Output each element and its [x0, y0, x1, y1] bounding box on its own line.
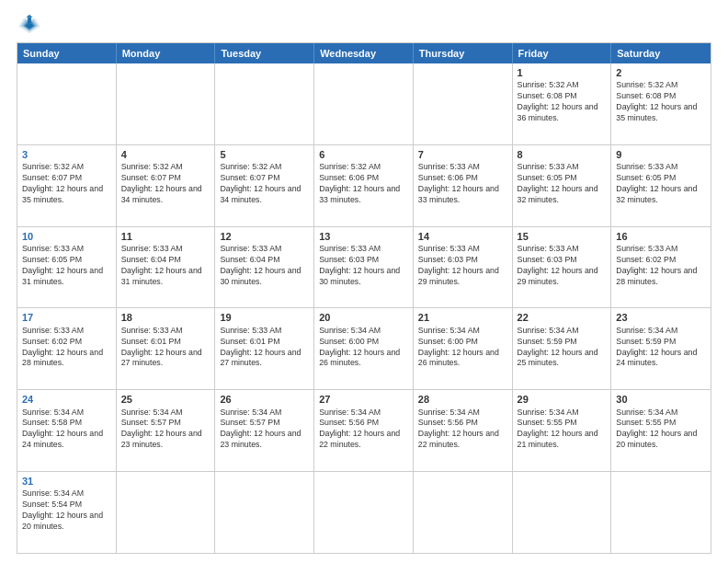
day-number: 30 [616, 393, 706, 406]
page: SundayMondayTuesdayWednesdayThursdayFrid… [0, 0, 728, 563]
day-info: Sunrise: 5:34 AM Sunset: 5:59 PM Dayligh… [518, 326, 607, 370]
calendar-cell-26: 26Sunrise: 5:34 AM Sunset: 5:57 PM Dayli… [215, 390, 314, 471]
day-number: 1 [518, 66, 607, 79]
day-info: Sunrise: 5:34 AM Sunset: 5:57 PM Dayligh… [121, 408, 210, 452]
calendar-cell-empty [414, 472, 513, 553]
day-info: Sunrise: 5:32 AM Sunset: 6:07 PM Dayligh… [220, 162, 309, 206]
calendar-cell-2: 2Sunrise: 5:32 AM Sunset: 6:08 PM Daylig… [611, 63, 711, 144]
calendar-cell-29: 29Sunrise: 5:34 AM Sunset: 5:55 PM Dayli… [513, 390, 612, 471]
calendar-cell-5: 5Sunrise: 5:32 AM Sunset: 6:07 PM Daylig… [215, 145, 314, 226]
day-number: 29 [518, 393, 607, 406]
header-day-thursday: Thursday [414, 43, 513, 63]
day-number: 16 [616, 230, 706, 243]
day-info: Sunrise: 5:34 AM Sunset: 5:58 PM Dayligh… [22, 408, 111, 452]
day-number: 19 [220, 311, 309, 324]
day-info: Sunrise: 5:33 AM Sunset: 6:01 PM Dayligh… [220, 326, 309, 370]
day-info: Sunrise: 5:33 AM Sunset: 6:02 PM Dayligh… [22, 326, 111, 370]
calendar-cell-13: 13Sunrise: 5:33 AM Sunset: 6:03 PM Dayli… [314, 227, 414, 308]
calendar-cell-23: 23Sunrise: 5:34 AM Sunset: 5:59 PM Dayli… [611, 308, 711, 389]
calendar-cell-8: 8Sunrise: 5:33 AM Sunset: 6:05 PM Daylig… [513, 145, 612, 226]
calendar-cell-empty [611, 472, 711, 553]
day-info: Sunrise: 5:33 AM Sunset: 6:04 PM Dayligh… [220, 244, 309, 288]
day-number: 4 [121, 148, 210, 161]
calendar-cell-15: 15Sunrise: 5:33 AM Sunset: 6:03 PM Dayli… [513, 227, 612, 308]
calendar-cell-empty [314, 472, 414, 553]
calendar-cell-24: 24Sunrise: 5:34 AM Sunset: 5:58 PM Dayli… [17, 390, 117, 471]
day-info: Sunrise: 5:33 AM Sunset: 6:03 PM Dayligh… [518, 244, 607, 288]
day-info: Sunrise: 5:33 AM Sunset: 6:01 PM Dayligh… [121, 326, 210, 370]
calendar: SundayMondayTuesdayWednesdayThursdayFrid… [17, 42, 711, 554]
day-info: Sunrise: 5:32 AM Sunset: 6:08 PM Dayligh… [518, 80, 607, 124]
day-info: Sunrise: 5:33 AM Sunset: 6:05 PM Dayligh… [518, 162, 607, 206]
day-number: 17 [22, 311, 111, 324]
calendar-cell-14: 14Sunrise: 5:33 AM Sunset: 6:03 PM Dayli… [414, 227, 513, 308]
day-number: 2 [616, 66, 706, 79]
svg-rect-5 [28, 17, 31, 23]
day-number: 5 [220, 148, 309, 161]
day-number: 11 [121, 230, 210, 243]
day-number: 28 [418, 393, 507, 406]
calendar-cell-28: 28Sunrise: 5:34 AM Sunset: 5:56 PM Dayli… [414, 390, 513, 471]
calendar-row-2: 10Sunrise: 5:33 AM Sunset: 6:05 PM Dayli… [17, 226, 711, 308]
day-info: Sunrise: 5:34 AM Sunset: 5:56 PM Dayligh… [319, 408, 408, 452]
calendar-cell-21: 21Sunrise: 5:34 AM Sunset: 6:00 PM Dayli… [414, 308, 513, 389]
header-day-friday: Friday [513, 43, 612, 63]
calendar-cell-10: 10Sunrise: 5:33 AM Sunset: 6:05 PM Dayli… [17, 227, 117, 308]
header-day-sunday: Sunday [17, 43, 117, 63]
header [17, 15, 711, 35]
day-number: 25 [121, 393, 210, 406]
calendar-row-0: 1Sunrise: 5:32 AM Sunset: 6:08 PM Daylig… [17, 63, 711, 144]
day-info: Sunrise: 5:34 AM Sunset: 5:56 PM Dayligh… [418, 408, 507, 452]
calendar-cell-27: 27Sunrise: 5:34 AM Sunset: 5:56 PM Dayli… [314, 390, 414, 471]
calendar-cell-empty [414, 63, 513, 144]
calendar-cell-empty [117, 63, 216, 144]
calendar-row-3: 17Sunrise: 5:33 AM Sunset: 6:02 PM Dayli… [17, 307, 711, 389]
calendar-cell-3: 3Sunrise: 5:32 AM Sunset: 6:07 PM Daylig… [17, 145, 117, 226]
day-number: 24 [22, 393, 111, 406]
day-info: Sunrise: 5:34 AM Sunset: 5:55 PM Dayligh… [518, 408, 607, 452]
logo-icon [17, 15, 42, 35]
day-number: 13 [319, 230, 408, 243]
day-info: Sunrise: 5:32 AM Sunset: 6:07 PM Dayligh… [121, 162, 210, 206]
day-number: 20 [319, 311, 408, 324]
day-number: 6 [319, 148, 408, 161]
day-number: 22 [518, 311, 607, 324]
calendar-cell-19: 19Sunrise: 5:33 AM Sunset: 6:01 PM Dayli… [215, 308, 314, 389]
day-info: Sunrise: 5:33 AM Sunset: 6:04 PM Dayligh… [121, 244, 210, 288]
day-info: Sunrise: 5:33 AM Sunset: 6:02 PM Dayligh… [616, 244, 706, 288]
calendar-cell-16: 16Sunrise: 5:33 AM Sunset: 6:02 PM Dayli… [611, 227, 711, 308]
day-info: Sunrise: 5:33 AM Sunset: 6:03 PM Dayligh… [418, 244, 507, 288]
day-info: Sunrise: 5:32 AM Sunset: 6:06 PM Dayligh… [319, 162, 408, 206]
day-number: 8 [518, 148, 607, 161]
calendar-cell-25: 25Sunrise: 5:34 AM Sunset: 5:57 PM Dayli… [117, 390, 216, 471]
calendar-cell-4: 4Sunrise: 5:32 AM Sunset: 6:07 PM Daylig… [117, 145, 216, 226]
calendar-cell-22: 22Sunrise: 5:34 AM Sunset: 5:59 PM Dayli… [513, 308, 612, 389]
header-day-monday: Monday [117, 43, 216, 63]
logo [17, 15, 46, 35]
day-number: 23 [616, 311, 706, 324]
day-info: Sunrise: 5:34 AM Sunset: 5:59 PM Dayligh… [616, 326, 706, 370]
day-info: Sunrise: 5:34 AM Sunset: 5:57 PM Dayligh… [220, 408, 309, 452]
calendar-cell-31: 31Sunrise: 5:34 AM Sunset: 5:54 PM Dayli… [17, 472, 117, 553]
day-info: Sunrise: 5:33 AM Sunset: 6:03 PM Dayligh… [319, 244, 408, 288]
calendar-cell-17: 17Sunrise: 5:33 AM Sunset: 6:02 PM Dayli… [17, 308, 117, 389]
day-number: 15 [518, 230, 607, 243]
calendar-row-1: 3Sunrise: 5:32 AM Sunset: 6:07 PM Daylig… [17, 144, 711, 226]
calendar-cell-9: 9Sunrise: 5:33 AM Sunset: 6:05 PM Daylig… [611, 145, 711, 226]
calendar-cell-18: 18Sunrise: 5:33 AM Sunset: 6:01 PM Dayli… [117, 308, 216, 389]
calendar-cell-empty [117, 472, 216, 553]
day-number: 7 [418, 148, 507, 161]
day-number: 21 [418, 311, 507, 324]
calendar-cell-1: 1Sunrise: 5:32 AM Sunset: 6:08 PM Daylig… [513, 63, 612, 144]
day-number: 12 [220, 230, 309, 243]
day-number: 9 [616, 148, 706, 161]
day-info: Sunrise: 5:32 AM Sunset: 6:07 PM Dayligh… [22, 162, 111, 206]
day-info: Sunrise: 5:34 AM Sunset: 5:55 PM Dayligh… [616, 408, 706, 452]
header-day-wednesday: Wednesday [314, 43, 414, 63]
calendar-cell-empty [314, 63, 414, 144]
day-info: Sunrise: 5:33 AM Sunset: 6:05 PM Dayligh… [616, 162, 706, 206]
day-info: Sunrise: 5:34 AM Sunset: 5:54 PM Dayligh… [22, 488, 111, 533]
calendar-header: SundayMondayTuesdayWednesdayThursdayFrid… [17, 43, 711, 63]
calendar-cell-11: 11Sunrise: 5:33 AM Sunset: 6:04 PM Dayli… [117, 227, 216, 308]
day-number: 26 [220, 393, 309, 406]
